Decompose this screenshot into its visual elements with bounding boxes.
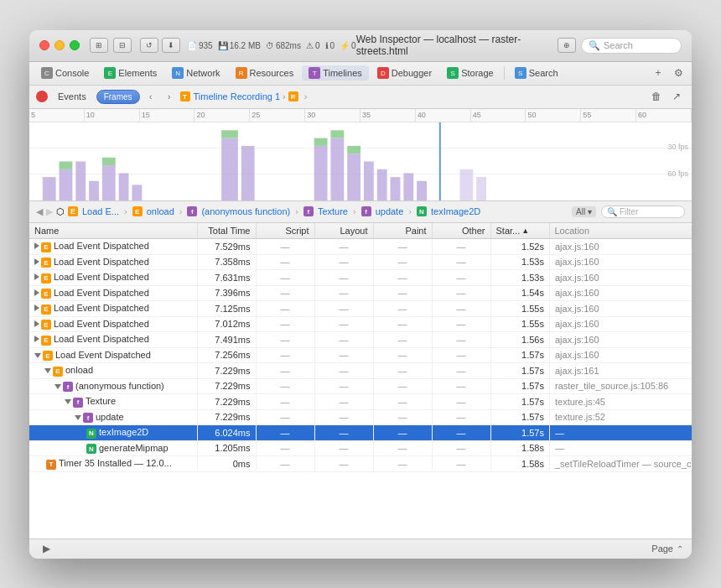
cell-location: texture.js:52 [550,409,692,425]
search-tab-icon: S [515,67,526,79]
svg-rect-5 [89,180,99,200]
svg-rect-8 [132,185,142,200]
filter-onload-label[interactable]: onload [147,206,174,216]
tree-toggle[interactable] [34,304,39,311]
table-row[interactable]: Eonload7.229ms————1.57sajax.js:161 [29,363,692,379]
tree-toggle[interactable] [34,242,39,249]
svg-rect-9 [60,161,73,169]
settings-button[interactable]: ⚙ [670,65,687,81]
col-name[interactable]: Name [29,223,197,239]
tree-toggle[interactable] [34,273,39,280]
titlebar-search[interactable]: 🔍 Search [581,38,682,54]
table-row[interactable]: ELoad Event Dispatched7.256ms————1.57saj… [29,347,692,363]
col-other[interactable]: Other [432,223,490,239]
table-container[interactable]: Name Total Time Script Layout Paint Othe… [29,223,692,539]
table-row[interactable]: fupdate7.229ms————1.57stexture.js:52 [29,409,692,425]
filter-all-badge[interactable]: All ▾ [572,206,596,217]
filter-texture-label[interactable]: Texture [318,206,348,216]
tab-resources[interactable]: R Resources [229,65,301,81]
layout-toggle-button[interactable]: ⊟ [113,38,132,53]
tab-console[interactable]: C Console [34,65,96,81]
svg-rect-11 [221,138,238,200]
minimize-button[interactable] [54,40,65,50]
filter-anon-label[interactable]: (anonymous function) [201,206,290,216]
table-row[interactable]: f(anonymous function)7.229ms————1.57sras… [29,378,692,394]
table-row[interactable]: ELoad Event Dispatched7.125ms————1.55saj… [29,301,692,317]
cell-start: 1.55s [490,316,550,332]
tree-toggle[interactable] [75,415,81,420]
search-icon: 🔍 [589,40,600,51]
table-row[interactable]: fTexture7.229ms————1.57stexture.js:45 [29,394,692,410]
tab-search[interactable]: S Search [508,65,565,81]
cell-paint: — [373,425,432,441]
cell-location: — [550,440,692,456]
table-row[interactable]: NtexImage2D6.024ms————1.57s— [29,425,692,441]
tree-toggle[interactable] [34,353,41,358]
resources-icon: R [236,67,247,79]
sidebar-toggle-button[interactable]: ⊞ [90,38,108,53]
filter-search-placeholder: Filter [620,207,638,216]
tab-network[interactable]: N Network [165,65,226,81]
table-row[interactable]: ELoad Event Dispatched7.358ms————1.53saj… [29,254,692,270]
tree-toggle[interactable] [34,320,39,327]
status-bar: ▶ Page ⌃ [29,539,692,559]
ruler-tick-40: 40 [416,109,471,122]
triangle-down-icon [34,353,41,358]
cell-totalTime: 7.256ms [197,347,256,363]
table-row[interactable]: NgenerateMipmap1.205ms————1.58s— [29,440,692,456]
filter-search-input[interactable]: 🔍 Filter [601,206,685,218]
tree-toggle[interactable] [65,399,71,404]
elements-icon: E [104,67,116,79]
record-button[interactable] [36,91,48,102]
tab-timelines[interactable]: T Timelines [302,65,369,81]
row-name-text: Load Event Dispatched [54,303,149,313]
table-row[interactable]: ELoad Event Dispatched7.491ms————1.56saj… [29,332,692,348]
table-row[interactable]: ELoad Event Dispatched7.529ms————1.52saj… [29,239,692,255]
cell-name: ELoad Event Dispatched [29,316,197,332]
tree-toggle[interactable] [44,368,51,373]
nav-next-button[interactable]: › [162,89,177,104]
table-row[interactable]: TTimer 35 Installed — 12.0...0ms————1.58… [29,456,692,472]
col-layout[interactable]: Layout [314,223,373,239]
col-script[interactable]: Script [256,223,314,239]
add-tab-button[interactable]: + [650,65,667,81]
col-total-time[interactable]: Total Time [197,223,256,239]
col-start[interactable]: Star...▲ [491,223,550,239]
nav-prev-button[interactable]: ‹ [143,89,158,104]
memory-stat: 💾 16.2 MB [218,41,261,50]
page-nav-button[interactable]: ⌃ [677,544,683,554]
tree-toggle[interactable] [34,336,39,342]
expand-all-button[interactable]: ▶ [38,540,54,557]
clear-button[interactable]: 🗑 [648,88,665,105]
tab-debugger[interactable]: D Debugger [371,65,438,81]
filter-teximage-label[interactable]: texImage2D [431,206,480,216]
export-button[interactable]: ↗ [668,88,685,105]
tree-toggle[interactable] [54,384,61,389]
breadcrumb-timeline-label[interactable]: Timeline Recording 1 [194,91,281,101]
filter-update-label[interactable]: update [376,206,404,216]
share-button[interactable]: ⊕ [558,38,576,53]
col-paint[interactable]: Paint [373,223,432,239]
page-label: Page [651,544,673,554]
tree-toggle[interactable] [34,289,39,296]
close-button[interactable] [39,40,49,50]
cell-start: 1.57s [490,378,550,394]
svg-rect-4 [75,161,86,200]
tree-toggle[interactable] [34,258,39,265]
tab-elements[interactable]: E Elements [97,65,163,81]
download-button[interactable]: ⬇ [162,38,180,53]
storage-icon: S [447,67,459,79]
table-row[interactable]: ELoad Event Dispatched7.396ms————1.54saj… [29,285,692,301]
table-row[interactable]: ELoad Event Dispatched7.012ms————1.55saj… [29,316,692,332]
tab-storage[interactable]: S Storage [440,65,501,81]
col-location[interactable]: Location [550,223,692,239]
filter-load-label[interactable]: Load E... [82,206,119,216]
maximize-button[interactable] [70,40,80,50]
events-button[interactable]: Events [51,90,93,103]
table-row[interactable]: ELoad Event Dispatched7.631ms————1.53saj… [29,270,692,286]
reload-button[interactable]: ↺ [140,38,158,53]
frames-button[interactable]: Frames [96,90,140,104]
filter-nav-back[interactable]: ◀ [36,206,43,217]
cell-location: raster_tile_source.js:105:86 [550,378,692,394]
cell-script: — [256,363,314,379]
